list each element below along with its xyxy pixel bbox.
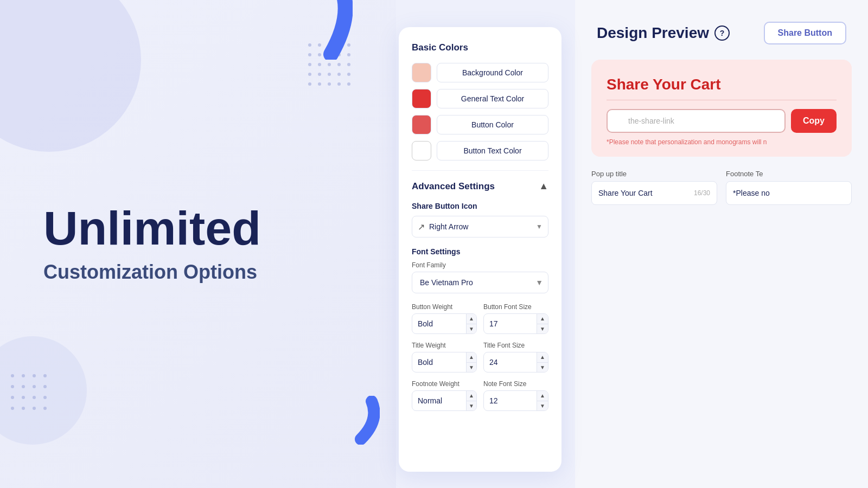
share-link-row: 🔗 Copy [607,109,837,133]
copy-button[interactable]: Copy [791,109,837,133]
preview-card-divider [607,100,837,100]
title-weight-fontsize-row: Title Weight Bold Normal Light ▲ ▼ Title… [412,342,548,373]
font-family-wrapper: Be Vietnam Pro Inter Roboto Open Sans ▼ [412,272,548,293]
title-font-size-buttons: ▲ ▼ [537,352,548,372]
button-color-button[interactable]: Button Color [437,115,548,134]
chevron-up-icon: ▲ [539,181,548,192]
button-font-size-up-btn[interactable]: ▲ [537,314,548,324]
footnote-input[interactable]: *Please no [726,181,852,205]
footnote-weight-select-spin: Bold Normal Light ▲ ▼ [412,390,477,411]
general-text-color-swatch[interactable] [412,89,431,108]
blue-arc-bottom-icon [342,396,380,445]
note-font-size-up-btn[interactable]: ▲ [537,391,548,401]
preview-card: Share Your Cart 🔗 Copy *Please note that… [591,60,852,157]
hero-subtitle: Customization Options [43,261,257,284]
note-font-size-spin: ▲ ▼ [483,390,548,411]
divider-1 [412,170,548,171]
button-text-color-swatch[interactable] [412,141,431,160]
footnote-weight-up-btn[interactable]: ▲ [467,391,476,401]
popup-title-count: 16/30 [694,189,710,197]
blue-arc-top-icon [288,0,353,60]
preview-header: Design Preview ? Share Button [575,22,868,44]
note-font-size-down-btn[interactable]: ▼ [537,401,548,411]
basic-colors-title: Basic Colors [412,42,548,53]
button-weight-up-btn[interactable]: ▲ [467,314,476,324]
left-section: Unlimited Customization Options [0,0,396,488]
font-settings-title: Font Settings [412,247,548,256]
footnote-weight-select[interactable]: Bold Normal Light [412,396,466,405]
title-font-size-spin: ▲ ▼ [483,352,548,373]
background-color-swatch[interactable] [412,63,431,82]
help-icon[interactable]: ? [714,25,730,41]
button-font-size-label: Button Font Size [483,303,548,311]
button-font-size-buttons: ▲ ▼ [537,314,548,333]
button-color-row: Button Color [412,115,548,134]
button-font-size-input[interactable] [484,319,537,328]
share-link-wrapper: 🔗 [607,109,786,133]
advanced-settings-header[interactable]: Advanced Settings ▲ [412,181,548,192]
note-font-size-buttons: ▲ ▼ [537,391,548,410]
title-weight-select-spin: Bold Normal Light ▲ ▼ [412,352,477,373]
general-text-color-row: General Text Color [412,89,548,108]
footnote-weight-down-btn[interactable]: ▼ [467,401,476,411]
button-weight-down-btn[interactable]: ▼ [467,324,476,334]
preview-note: *Please note that personalization and mo… [607,138,837,146]
popup-title-input[interactable]: Share Your Cart 16/30 [591,181,717,205]
footnote-weight-fontsize-row: Footnote Weight Bold Normal Light ▲ ▼ No… [412,380,548,411]
button-font-size-down-btn[interactable]: ▼ [537,324,548,334]
font-family-select[interactable]: Be Vietnam Pro Inter Roboto Open Sans [412,272,548,293]
preview-fields: Pop up title Share Your Cart 16/30 Footn… [591,170,852,205]
dots-grid-bottom [11,374,49,412]
bg-circle-large [0,0,141,152]
advanced-settings-title: Advanced Settings [412,181,495,192]
popup-title-value: Share Your Cart [598,189,653,197]
button-text-color-row: Button Text Color [412,141,548,160]
footnote-group: Footnote Te *Please no [726,170,852,205]
footnote-weight-label: Footnote Weight [412,380,477,388]
share-button-icon-select-wrapper: ↗ Right Arrow Left Arrow Up Arrow Share … [412,216,548,237]
share-link-input[interactable] [607,109,786,133]
background-color-row: Background Color [412,63,548,82]
title-weight-label: Title Weight [412,342,477,349]
background-color-button[interactable]: Background Color [437,63,548,82]
title-font-size-down-btn[interactable]: ▼ [537,363,548,373]
button-weight-select[interactable]: Bold Normal Light [412,319,466,328]
title-weight-select[interactable]: Bold Normal Light [412,358,466,367]
settings-panel: Basic Colors Background Color General Te… [399,27,561,472]
button-font-size-spin: ▲ ▼ [483,313,548,334]
title-weight-down-btn[interactable]: ▼ [467,363,476,373]
preview-title-group: Design Preview ? [597,24,730,42]
title-weight-group: Title Weight Bold Normal Light ▲ ▼ [412,342,477,373]
note-font-size-input[interactable] [484,396,537,405]
button-weight-group: Button Weight Bold Normal Light ▲ ▼ [412,303,477,334]
general-text-color-button[interactable]: General Text Color [437,89,548,108]
button-weight-label: Button Weight [412,303,477,311]
right-preview-section: Design Preview ? Share Button Share Your… [575,0,868,488]
button-weight-select-spin: Bold Normal Light ▲ ▼ [412,313,477,334]
share-arrow-icon: ↗ [418,222,425,232]
share-button[interactable]: Share Button [764,22,846,44]
title-weight-up-btn[interactable]: ▲ [467,352,476,363]
footnote-weight-group: Footnote Weight Bold Normal Light ▲ ▼ [412,380,477,411]
title-font-size-label: Title Font Size [483,342,548,349]
share-button-icon-title: Share Button Icon [412,202,548,210]
title-font-size-up-btn[interactable]: ▲ [537,352,548,363]
footnote-label: Footnote Te [726,170,852,178]
title-font-size-group: Title Font Size ▲ ▼ [483,342,548,373]
title-weight-arrows: ▲ ▼ [466,352,476,372]
hero-title: Unlimited [43,204,261,252]
note-font-size-label: Note Font Size [483,380,548,388]
button-text-color-button[interactable]: Button Text Color [437,141,548,160]
popup-title-label: Pop up title [591,170,717,178]
footnote-value: *Please no [733,189,770,197]
preview-card-title: Share Your Cart [607,76,837,93]
button-weight-fontsize-row: Button Weight Bold Normal Light ▲ ▼ Butt… [412,303,548,334]
title-font-size-input[interactable] [484,358,537,367]
button-weight-arrows: ▲ ▼ [466,314,476,333]
select-chevron-icon: ▼ [536,223,542,230]
share-button-icon-select[interactable]: Right Arrow Left Arrow Up Arrow Share [429,222,532,231]
button-font-size-group: Button Font Size ▲ ▼ [483,303,548,334]
font-family-label: Font Family [412,261,548,269]
button-color-swatch[interactable] [412,115,431,134]
note-font-size-group: Note Font Size ▲ ▼ [483,380,548,411]
